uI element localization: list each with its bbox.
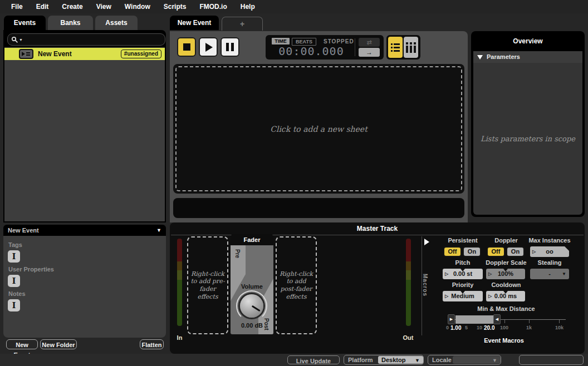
locale-label: Locale xyxy=(432,355,452,364)
add-tag-button[interactable]: I xyxy=(8,250,20,263)
distance-tick xyxy=(504,320,505,323)
volume-label: Volume xyxy=(231,283,273,290)
locale-dropdown[interactable]: ▼ xyxy=(453,356,501,364)
master-track-title[interactable]: Master Track xyxy=(170,225,585,233)
loop-mode-button[interactable]: ⇄ xyxy=(359,38,380,47)
min-distance-handle[interactable]: ▶ xyxy=(448,314,455,324)
menu-create[interactable]: Create xyxy=(55,0,89,13)
spinner-notch xyxy=(503,291,508,294)
platform-value: Desktop xyxy=(381,357,405,363)
editor-tab-new-event[interactable]: New Event xyxy=(170,16,219,30)
flatten-button[interactable]: Flatten xyxy=(140,339,164,349)
event-properties-body xyxy=(3,236,166,338)
tab-banks[interactable]: Banks xyxy=(48,16,93,30)
oneshot-mode-button[interactable]: → xyxy=(359,48,380,57)
search-filter-caret-icon[interactable]: ▼ xyxy=(19,38,23,42)
persistent-off-button[interactable]: Off xyxy=(443,246,462,257)
event-properties-header[interactable]: New Event ▼ xyxy=(3,225,166,236)
max-instances-spinner[interactable]: ▷ oo xyxy=(530,246,569,257)
tracks-view-button[interactable] xyxy=(388,37,403,58)
distance-tick xyxy=(559,320,560,323)
new-event-button[interactable]: New Event xyxy=(6,339,38,349)
output-meter xyxy=(406,239,411,326)
console-view-button[interactable] xyxy=(404,37,418,58)
doppler-scale-spinner[interactable]: ▷ 100% xyxy=(486,269,525,279)
macros-expander-icon[interactable] xyxy=(424,239,429,245)
knob-pointer xyxy=(251,305,260,312)
menu-edit[interactable]: Edit xyxy=(30,0,56,13)
persistent-on-button[interactable]: On xyxy=(463,246,481,257)
tab-events[interactable]: Events xyxy=(4,16,46,30)
volume-knob[interactable] xyxy=(240,294,263,318)
post-fader-effects-dropzone[interactable]: Right-click to add post-fader effects xyxy=(276,236,317,334)
spinner-notch xyxy=(503,269,508,271)
search-input[interactable] xyxy=(23,36,153,43)
parameters-section-header[interactable]: Parameters xyxy=(473,51,582,63)
pitch-label: Pitch xyxy=(443,259,482,266)
menu-fmodio[interactable]: FMOD.io xyxy=(193,0,233,13)
tracks-strip xyxy=(173,198,464,218)
add-note-button[interactable]: I xyxy=(8,299,20,311)
distance-scale-10k: 10k xyxy=(555,325,564,330)
user-properties-label: User Properties xyxy=(8,266,54,273)
doppler-off-button[interactable]: Off xyxy=(487,246,505,257)
events-tree: New Event #unassigned xyxy=(4,47,165,221)
menu-scripts[interactable]: Scripts xyxy=(157,0,193,13)
new-folder-button[interactable]: New Folder xyxy=(40,339,77,349)
pause-button[interactable] xyxy=(220,37,239,57)
menu-window[interactable]: Window xyxy=(118,0,157,13)
stealing-label: Stealing xyxy=(525,259,574,266)
search-bar[interactable]: ▼ xyxy=(7,33,165,46)
doppler-on-button[interactable]: On xyxy=(506,246,525,257)
post-fader-hint: Right-click to add post-fader effects xyxy=(277,270,316,301)
time-mode-toggle[interactable]: TIME xyxy=(272,38,290,44)
menu-view[interactable]: View xyxy=(90,0,118,13)
distance-scale-1k: 1k xyxy=(526,325,532,330)
live-update-button[interactable]: Live Update Off xyxy=(287,355,340,364)
menu-file[interactable]: File xyxy=(4,0,30,13)
tab-assets[interactable]: Assets xyxy=(95,16,138,30)
max-distance-handle[interactable]: ◀ xyxy=(493,314,501,324)
loop-icon: ⇄ xyxy=(366,38,371,46)
text-cursor-icon: I xyxy=(12,276,16,285)
event-2d-icon xyxy=(19,49,33,59)
spinner-arrow-icon: ▷ xyxy=(445,269,448,279)
distance-range-bar[interactable] xyxy=(455,315,493,324)
collapse-triangle-icon xyxy=(477,55,483,60)
distance-scale-10: 10 xyxy=(477,325,482,330)
event-list-item[interactable]: New Event #unassigned xyxy=(4,48,165,60)
platform-dropdown[interactable]: Desktop ▼ xyxy=(378,356,423,364)
dropdown-caret-icon: ▼ xyxy=(492,357,497,364)
locale-group: Locale ▼ xyxy=(428,355,501,365)
menu-bar: File Edit Create View Window Scripts FMO… xyxy=(0,0,588,13)
doppler-toggle: Off On xyxy=(487,246,525,257)
text-cursor-icon: I xyxy=(12,301,16,310)
add-sheet-dropzone[interactable]: Click to add a new sheet xyxy=(175,66,462,191)
status-field xyxy=(519,355,584,365)
sheet-panel: Click to add a new sheet xyxy=(173,64,464,194)
fader-body: Pre Post Volume 0.00 dB xyxy=(231,245,273,334)
status-bar: Live Update Off Platform Desktop ▼ Local… xyxy=(0,354,588,366)
doppler-label: Doppler xyxy=(487,237,526,244)
pre-fader-effects-dropzone[interactable]: Right-click to add pre-fader effects xyxy=(187,236,228,334)
cooldown-spinner[interactable]: ▷ 0.00 ms xyxy=(486,291,525,301)
pitch-spinner[interactable]: ▷ 0.00 st xyxy=(443,269,483,279)
play-button[interactable] xyxy=(199,37,218,57)
stealing-value: - xyxy=(548,270,551,277)
add-user-property-button[interactable]: I xyxy=(8,275,20,287)
notes-label: Notes xyxy=(8,290,26,297)
stop-button[interactable] xyxy=(177,37,196,57)
search-icon xyxy=(11,36,18,43)
priority-spinner[interactable]: ▷ Medium xyxy=(443,291,483,301)
menu-help[interactable]: Help xyxy=(234,0,262,13)
doppler-scale-label: Doppler Scale xyxy=(481,259,531,266)
persistent-toggle: Off On xyxy=(443,246,481,257)
add-tab-button[interactable]: + xyxy=(222,17,263,31)
stop-icon xyxy=(183,43,190,51)
parameters-section-label: Parameters xyxy=(487,53,520,60)
stealing-dropdown[interactable]: - ▼ xyxy=(530,269,569,279)
volume-value: 0.00 dB xyxy=(231,322,273,329)
fader-unit[interactable]: Fader Pre Post Volume 0.00 dB xyxy=(231,234,273,334)
cooldown-label: Cooldown xyxy=(481,281,531,288)
tracks-view-icon xyxy=(391,43,400,52)
